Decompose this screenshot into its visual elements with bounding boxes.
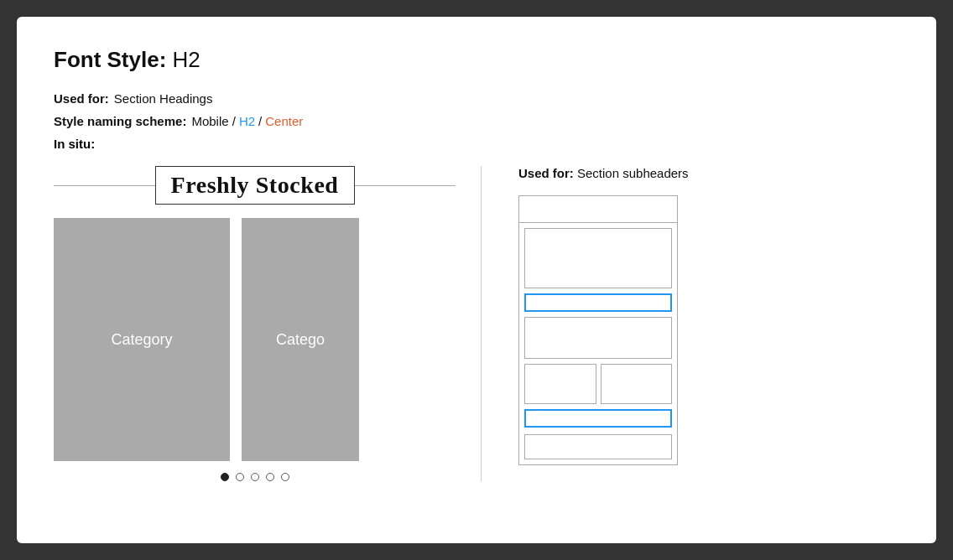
dot-4[interactable] [266, 473, 274, 481]
style-naming-label: Style naming scheme: [54, 114, 186, 128]
page-title: Font Style: H2 [54, 47, 899, 73]
wf-top-bar [519, 196, 677, 223]
right-used-for-value: Section subheaders [577, 166, 689, 180]
style-naming-prefix: Mobile / [191, 114, 236, 128]
wf-two-col [524, 364, 672, 404]
cards-container: Category Catego [54, 218, 456, 461]
wf-text-box [524, 317, 672, 359]
wf-highlighted-bar-top [524, 293, 672, 312]
right-used-for: Used for: Section subheaders [518, 166, 899, 180]
right-used-for-label: Used for: [518, 166, 574, 180]
main-card: Font Style: H2 Used for: Section Heading… [17, 17, 936, 543]
right-panel: Used for: Section subheaders [482, 166, 899, 481]
content-area: Freshly Stocked Category Catego [54, 166, 899, 481]
wf-small-box-right [601, 364, 673, 404]
wireframe-mockup [518, 195, 678, 465]
used-for-row: Used for: Section Headings [54, 91, 899, 106]
style-naming-h2-link[interactable]: H2 [239, 114, 255, 128]
category-card-2: Catego [242, 218, 359, 461]
category-card-1: Category [54, 218, 230, 461]
dot-5[interactable] [281, 473, 289, 481]
dot-1[interactable] [221, 473, 229, 481]
wf-small-box-left [524, 364, 596, 404]
wf-bottom-bar [524, 434, 672, 459]
heading-showcase: Freshly Stocked [54, 166, 456, 205]
style-naming-center-link[interactable]: Center [265, 114, 303, 128]
left-panel: Freshly Stocked Category Catego [54, 166, 482, 481]
wf-image-box [524, 228, 672, 288]
wf-content [519, 223, 677, 464]
dot-3[interactable] [251, 473, 259, 481]
carousel-dots [54, 473, 456, 481]
used-for-value: Section Headings [114, 91, 213, 106]
in-situ-label: In situ: [54, 137, 899, 151]
dot-2[interactable] [236, 473, 244, 481]
style-naming-row: Style naming scheme: Mobile / H2 / Cente… [54, 114, 899, 128]
category-card-2-label: Catego [276, 331, 325, 349]
heading-line-left [54, 185, 155, 186]
category-card-1-label: Category [111, 331, 172, 349]
heading-text: Freshly Stocked [155, 166, 355, 205]
heading-line-right [355, 185, 456, 186]
wf-highlighted-bar-bottom [524, 409, 672, 428]
style-naming-sep: / [258, 114, 262, 128]
used-for-label: Used for: [54, 91, 109, 106]
